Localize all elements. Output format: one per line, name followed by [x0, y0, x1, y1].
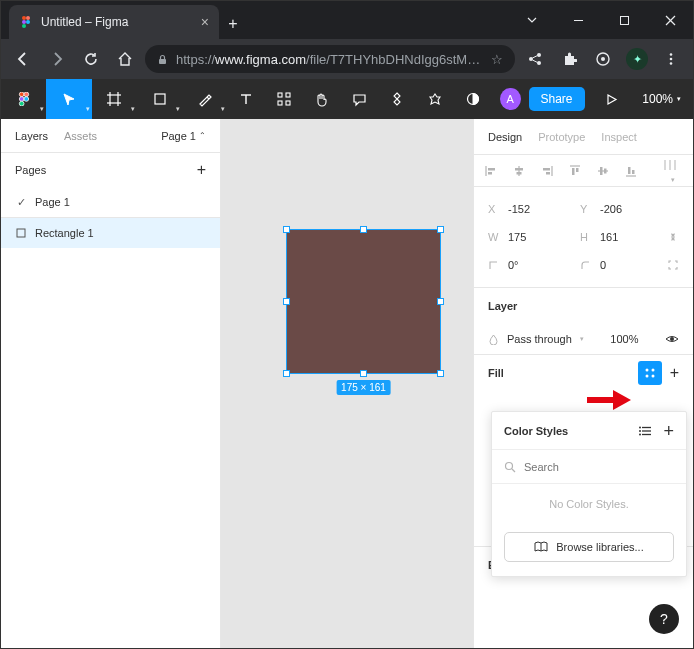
resize-handle[interactable]: [283, 298, 290, 305]
comment-tool[interactable]: [341, 79, 379, 119]
align-controls: ▾: [474, 155, 693, 187]
align-left-icon[interactable]: [484, 164, 504, 178]
svg-rect-9: [159, 59, 166, 64]
extensions-icon[interactable]: [555, 45, 583, 73]
resources-tool[interactable]: [265, 79, 303, 119]
mask-icon[interactable]: [416, 79, 454, 119]
minimize-button[interactable]: [555, 1, 601, 39]
boolean-icon[interactable]: [454, 79, 492, 119]
visibility-icon[interactable]: [665, 332, 679, 346]
zoom-control[interactable]: 100%▾: [630, 92, 693, 106]
y-label: Y: [580, 203, 594, 215]
align-hcenter-icon[interactable]: [512, 164, 532, 178]
blend-icon[interactable]: [488, 334, 499, 345]
svg-rect-37: [17, 229, 25, 237]
selected-rectangle[interactable]: 175 × 161: [286, 229, 441, 374]
pen-tool[interactable]: ▾: [182, 79, 227, 119]
svg-line-14: [533, 60, 538, 63]
svg-point-69: [639, 430, 641, 432]
browse-libraries-button[interactable]: Browse libraries...: [504, 532, 674, 562]
share-button[interactable]: Share: [529, 87, 585, 111]
help-button[interactable]: ?: [649, 604, 679, 634]
shape-tool[interactable]: ▾: [137, 79, 182, 119]
w-label: W: [488, 231, 502, 243]
present-button[interactable]: [593, 79, 631, 119]
frame-tool[interactable]: ▾: [92, 79, 137, 119]
align-vcenter-icon[interactable]: [596, 164, 616, 178]
check-icon: ✓: [15, 196, 27, 209]
empty-message: No Color Styles.: [492, 484, 686, 524]
home-button[interactable]: [111, 45, 139, 73]
resize-handle[interactable]: [360, 226, 367, 233]
resize-handle[interactable]: [437, 298, 444, 305]
hand-tool[interactable]: [303, 79, 341, 119]
align-bottom-icon[interactable]: [624, 164, 644, 178]
component-icon[interactable]: [378, 79, 416, 119]
tab-layers[interactable]: Layers: [15, 130, 48, 142]
align-right-icon[interactable]: [540, 164, 560, 178]
canvas[interactable]: 175 × 161: [221, 119, 473, 648]
style-search-input[interactable]: [524, 461, 674, 473]
fill-styles-button[interactable]: [638, 361, 662, 385]
svg-rect-46: [546, 172, 550, 175]
h-value[interactable]: 161: [600, 231, 646, 243]
avatar[interactable]: A: [500, 88, 521, 110]
forward-button[interactable]: [43, 45, 71, 73]
layer-item[interactable]: Rectangle 1: [1, 218, 220, 248]
tab-inspect[interactable]: Inspect: [601, 131, 636, 143]
corner-value[interactable]: 0: [600, 259, 646, 271]
svg-rect-55: [632, 170, 635, 174]
resize-handle[interactable]: [437, 226, 444, 233]
opacity-value[interactable]: 100%: [610, 333, 638, 345]
tab-prototype[interactable]: Prototype: [538, 131, 585, 143]
list-view-icon[interactable]: [639, 424, 653, 438]
close-window-button[interactable]: [647, 1, 693, 39]
svg-rect-43: [517, 172, 522, 175]
tab-assets[interactable]: Assets: [64, 130, 97, 142]
w-value[interactable]: 175: [508, 231, 554, 243]
new-tab-button[interactable]: +: [219, 15, 247, 39]
maximize-button[interactable]: [601, 1, 647, 39]
move-tool[interactable]: ▾: [46, 79, 91, 119]
star-icon[interactable]: ☆: [491, 52, 503, 67]
align-top-icon[interactable]: [568, 164, 588, 178]
resize-handle[interactable]: [283, 370, 290, 377]
tab-design[interactable]: Design: [488, 131, 522, 143]
resize-handle[interactable]: [437, 370, 444, 377]
share-icon[interactable]: [521, 45, 549, 73]
independent-corners-icon[interactable]: [667, 259, 679, 271]
close-tab-icon[interactable]: ×: [201, 14, 209, 30]
back-button[interactable]: [9, 45, 37, 73]
figma-menu-button[interactable]: ▾: [1, 79, 46, 119]
svg-point-18: [670, 58, 673, 61]
reload-button[interactable]: [77, 45, 105, 73]
page-selector[interactable]: Page 1⌃: [161, 130, 206, 142]
svg-rect-21: [24, 92, 29, 97]
rotation-value[interactable]: 0°: [508, 259, 554, 271]
add-style-button[interactable]: +: [663, 424, 674, 438]
browser-tab[interactable]: Untitled – Figma ×: [9, 5, 219, 39]
extension-2-icon[interactable]: ✦: [623, 45, 651, 73]
text-tool[interactable]: [227, 79, 265, 119]
dropdown-icon[interactable]: [509, 1, 555, 39]
svg-rect-64: [587, 397, 615, 403]
x-value[interactable]: -152: [508, 203, 554, 215]
resize-handle[interactable]: [283, 226, 290, 233]
page-item[interactable]: ✓ Page 1: [1, 187, 220, 217]
svg-line-13: [533, 56, 538, 59]
svg-point-16: [601, 57, 605, 61]
fill-header: Fill: [488, 367, 504, 379]
url-field[interactable]: https://www.figma.com/file/T7THYhbDHNdIg…: [145, 45, 515, 73]
resize-handle[interactable]: [360, 370, 367, 377]
svg-rect-34: [278, 101, 282, 105]
add-fill-button[interactable]: +: [670, 364, 679, 382]
extension-1-icon[interactable]: [589, 45, 617, 73]
constrain-icon[interactable]: [667, 231, 679, 243]
y-value[interactable]: -206: [600, 203, 646, 215]
blend-mode[interactable]: Pass through: [507, 333, 572, 345]
add-page-button[interactable]: +: [197, 161, 206, 179]
svg-rect-32: [278, 93, 282, 97]
svg-point-19: [670, 62, 673, 65]
menu-icon[interactable]: [657, 45, 685, 73]
distribute-icon[interactable]: ▾: [663, 158, 683, 184]
